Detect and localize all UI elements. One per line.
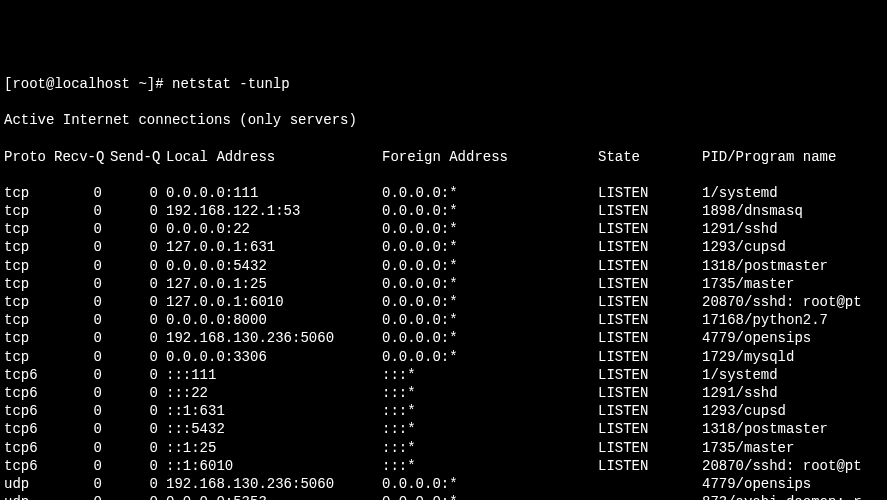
col-sendq-header: Send-Q	[110, 148, 166, 166]
foreign-cell: 0.0.0.0:*	[382, 329, 598, 347]
local-cell: 0.0.0.0:5353	[166, 493, 382, 500]
state-cell: LISTEN	[598, 420, 702, 438]
local-cell: 0.0.0.0:22	[166, 220, 382, 238]
col-local-header: Local Address	[166, 148, 382, 166]
prog-cell: 17168/python2.7	[702, 311, 883, 329]
foreign-cell: :::*	[382, 439, 598, 457]
proto-cell: tcp	[4, 238, 54, 256]
foreign-cell: 0.0.0.0:*	[382, 220, 598, 238]
sendq-cell: 0	[110, 420, 166, 438]
proto-cell: udp	[4, 493, 54, 500]
local-cell: 192.168.130.236:5060	[166, 475, 382, 493]
proto-cell: tcp	[4, 202, 54, 220]
local-cell: 192.168.122.1:53	[166, 202, 382, 220]
table-row: tcp600::1:25:::*LISTEN1735/master	[4, 439, 883, 457]
recvq-cell: 0	[54, 329, 110, 347]
foreign-cell: 0.0.0.0:*	[382, 257, 598, 275]
table-row: tcp00192.168.130.236:50600.0.0.0:*LISTEN…	[4, 329, 883, 347]
proto-cell: tcp6	[4, 384, 54, 402]
local-cell: ::1:25	[166, 439, 382, 457]
prog-cell: 1318/postmaster	[702, 420, 883, 438]
recvq-cell: 0	[54, 384, 110, 402]
recvq-cell: 0	[54, 457, 110, 475]
state-cell: LISTEN	[598, 384, 702, 402]
table-row: tcp000.0.0.0:54320.0.0.0:*LISTEN1318/pos…	[4, 257, 883, 275]
foreign-cell: 0.0.0.0:*	[382, 238, 598, 256]
col-proto-header: Proto	[4, 148, 54, 166]
foreign-cell: 0.0.0.0:*	[382, 348, 598, 366]
sendq-cell: 0	[110, 202, 166, 220]
prog-cell: 1291/sshd	[702, 220, 883, 238]
foreign-cell: :::*	[382, 402, 598, 420]
col-prog-header: PID/Program name	[702, 148, 883, 166]
recvq-cell: 0	[54, 238, 110, 256]
sendq-cell: 0	[110, 275, 166, 293]
foreign-cell: :::*	[382, 384, 598, 402]
prog-cell: 4779/opensips	[702, 329, 883, 347]
table-row: tcp000.0.0.0:220.0.0.0:*LISTEN1291/sshd	[4, 220, 883, 238]
prog-cell: 4779/opensips	[702, 475, 883, 493]
sendq-cell: 0	[110, 238, 166, 256]
recvq-cell: 0	[54, 420, 110, 438]
proto-cell: tcp6	[4, 439, 54, 457]
prog-cell: 20870/sshd: root@pt	[702, 457, 883, 475]
sendq-cell: 0	[110, 348, 166, 366]
state-cell: LISTEN	[598, 439, 702, 457]
state-cell: LISTEN	[598, 366, 702, 384]
prog-cell: 1291/sshd	[702, 384, 883, 402]
local-cell: 0.0.0.0:5432	[166, 257, 382, 275]
local-cell: :::22	[166, 384, 382, 402]
proto-cell: tcp6	[4, 420, 54, 438]
proto-cell: tcp	[4, 329, 54, 347]
table-row: tcp000.0.0.0:80000.0.0.0:*LISTEN17168/py…	[4, 311, 883, 329]
state-cell: LISTEN	[598, 238, 702, 256]
foreign-cell: 0.0.0.0:*	[382, 311, 598, 329]
proto-cell: tcp	[4, 293, 54, 311]
local-cell: 192.168.130.236:5060	[166, 329, 382, 347]
table-row: tcp00127.0.0.1:6310.0.0.0:*LISTEN1293/cu…	[4, 238, 883, 256]
foreign-cell: :::*	[382, 420, 598, 438]
prog-cell: 1293/cupsd	[702, 402, 883, 420]
state-cell: LISTEN	[598, 202, 702, 220]
local-cell: :::5432	[166, 420, 382, 438]
foreign-cell: :::*	[382, 457, 598, 475]
state-cell: LISTEN	[598, 348, 702, 366]
recvq-cell: 0	[54, 220, 110, 238]
recvq-cell: 0	[54, 348, 110, 366]
col-state-header: State	[598, 148, 702, 166]
proto-cell: tcp	[4, 220, 54, 238]
proto-cell: tcp	[4, 311, 54, 329]
prog-cell: 873/avahi-daemon: r	[702, 493, 883, 500]
prog-cell: 1898/dnsmasq	[702, 202, 883, 220]
recvq-cell: 0	[54, 475, 110, 493]
state-cell: LISTEN	[598, 257, 702, 275]
state-cell: LISTEN	[598, 329, 702, 347]
prog-cell: 1735/master	[702, 439, 883, 457]
state-cell	[598, 493, 702, 500]
netstat-rows: tcp000.0.0.0:1110.0.0.0:*LISTEN1/systemd…	[4, 184, 883, 500]
sendq-cell: 0	[110, 475, 166, 493]
table-row: tcp600:::5432:::*LISTEN1318/postmaster	[4, 420, 883, 438]
foreign-cell: 0.0.0.0:*	[382, 475, 598, 493]
sendq-cell: 0	[110, 384, 166, 402]
table-row: tcp600:::22:::*LISTEN1291/sshd	[4, 384, 883, 402]
command-text: netstat -tunlp	[172, 75, 290, 93]
local-cell: 127.0.0.1:631	[166, 238, 382, 256]
state-cell: LISTEN	[598, 275, 702, 293]
foreign-cell: 0.0.0.0:*	[382, 493, 598, 500]
recvq-cell: 0	[54, 366, 110, 384]
prog-cell: 20870/sshd: root@pt	[702, 293, 883, 311]
sendq-cell: 0	[110, 184, 166, 202]
proto-cell: tcp	[4, 184, 54, 202]
recvq-cell: 0	[54, 311, 110, 329]
table-row: tcp000.0.0.0:1110.0.0.0:*LISTEN1/systemd	[4, 184, 883, 202]
col-recvq-header: Recv-Q	[54, 148, 110, 166]
recvq-cell: 0	[54, 402, 110, 420]
recvq-cell: 0	[54, 293, 110, 311]
prog-cell: 1/systemd	[702, 366, 883, 384]
table-row: tcp600::1:631:::*LISTEN1293/cupsd	[4, 402, 883, 420]
prog-cell: 1293/cupsd	[702, 238, 883, 256]
prog-cell: 1/systemd	[702, 184, 883, 202]
output-header: Active Internet connections (only server…	[4, 111, 883, 129]
recvq-cell: 0	[54, 257, 110, 275]
